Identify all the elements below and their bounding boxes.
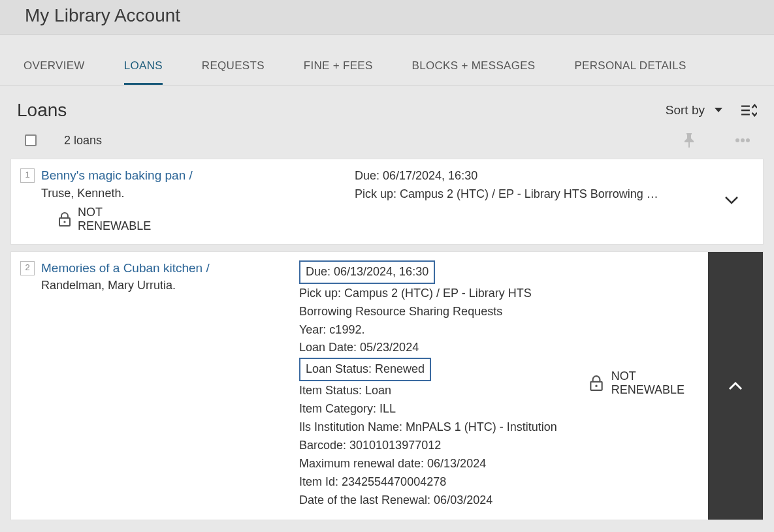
tab-requests[interactable]: REQUESTS [202,59,265,85]
tab-loans[interactable]: LOANS [124,59,163,85]
caret-down-icon [714,107,723,114]
chevron-down-icon [724,196,739,205]
tab-fine-fees[interactable]: FINE + FEES [304,59,373,85]
loan-pickup: Pick up: Campus 2 (HTC) / EP - Library H… [299,285,547,321]
tab-blocks-messages[interactable]: BLOCKS + MESSAGES [412,59,536,85]
loan-ils-name: Ils Institution Name: MnPALS 1 (HTC) - I… [299,418,698,437]
loan-last-renewal: Date of the last Renewal: 06/03/2024 [299,492,698,510]
loan-card: 1 Benny's magic baking pan / Truse, Kenn… [10,159,764,245]
sort-by-label: Sort by [666,103,705,117]
more-menu-icon[interactable] [735,133,750,148]
loan-title-link[interactable]: Benny's magic baking pan / [41,167,355,184]
expand-button[interactable] [712,167,751,234]
not-renewable-line1: NOT [611,369,685,384]
loan-year: Year: c1992. [299,321,698,339]
not-renewable-badge: NOT RENEWABLE [589,369,685,398]
svg-point-1 [741,138,745,142]
loan-index-badge: 2 [20,261,35,275]
loan-due: Due: 06/17/2024, 16:30 [355,167,712,185]
section-header: Loans Sort by [0,86,774,133]
loan-card: 2 Memories of a Cuban kitchen / Randelma… [10,251,764,521]
section-title: Loans [17,100,67,121]
loan-author: Randelman, Mary Urrutia. [41,279,299,292]
svg-point-2 [746,138,750,142]
loan-pickup: Pick up: Campus 2 (HTC) / EP - Library H… [355,185,662,204]
not-renewable-badge: NOT RENEWABLE [58,206,355,234]
loan-item-id: Item Id: 2342554470004278 [299,473,698,492]
loan-title-link[interactable]: Memories of a Cuban kitchen / [41,260,299,277]
loan-index-badge: 1 [20,168,35,183]
lock-icon [58,211,71,227]
loan-status-highlighted: Loan Status: Renewed [299,358,431,381]
pin-icon[interactable] [681,133,697,148]
list-controls: 2 loans [0,133,774,159]
tab-personal-details[interactable]: PERSONAL DETAILS [574,59,686,85]
loan-item-category: Item Category: ILL [299,400,698,418]
select-all-checkbox[interactable] [25,134,37,146]
tab-overview[interactable]: OVERVIEW [24,59,85,85]
loan-due-highlighted: Due: 06/13/2024, 16:30 [299,260,435,284]
lock-icon [589,375,604,392]
svg-point-0 [735,138,739,142]
not-renewable-line2: RENEWABLE [611,383,685,398]
not-renewable-line2: RENEWABLE [78,219,151,234]
loans-count-label: 2 loans [64,134,102,148]
loan-author: Truse, Kenneth. [41,187,355,200]
sort-by-dropdown[interactable]: Sort by [666,103,723,117]
collapse-button[interactable] [708,252,763,520]
tab-bar: OVERVIEW LOANS REQUESTS FINE + FEES BLOC… [0,35,774,86]
loan-date: Loan Date: 05/23/2024 [299,339,698,357]
svg-point-4 [63,221,65,223]
list-options-icon[interactable] [741,102,757,118]
not-renewable-line1: NOT [78,206,151,220]
svg-point-6 [595,385,597,387]
page-title: My Library Account [25,5,774,26]
page-header: My Library Account [0,0,774,35]
chevron-up-icon [728,381,743,391]
loan-max-renewal: Maximum renewal date: 06/13/2024 [299,455,698,473]
loan-barcode: Barcode: 30101013977012 [299,437,698,455]
